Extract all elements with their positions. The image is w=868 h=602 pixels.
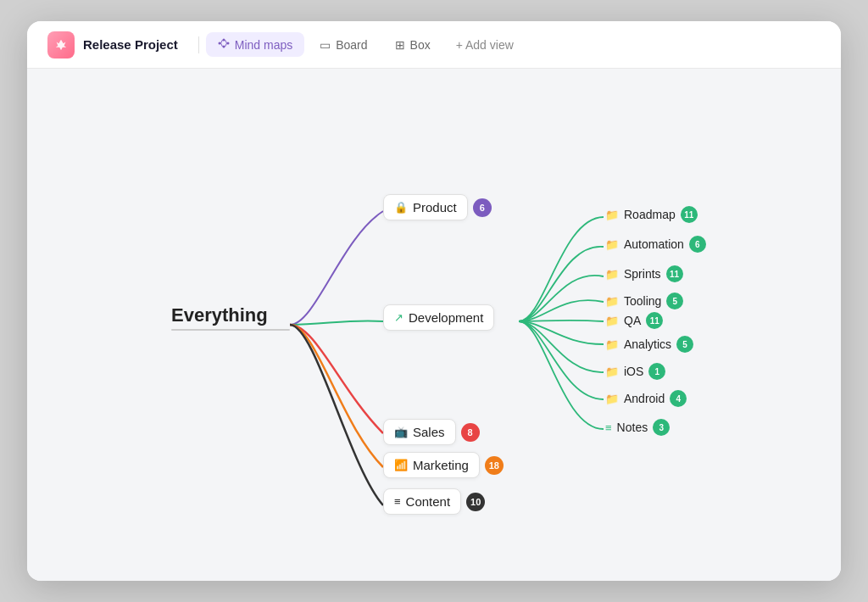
app-logo (47, 31, 75, 59)
qa-icon: 📁 (605, 315, 619, 327)
box-icon: ⊞ (395, 38, 405, 52)
notes-badge: 3 (653, 419, 670, 436)
sprints-label: Sprints (624, 267, 661, 281)
nav-divider (198, 36, 199, 53)
development-icon: ↗ (394, 311, 403, 324)
leaf-analytics[interactable]: 📁 Analytics 5 (605, 336, 693, 353)
ios-icon: 📁 (605, 365, 619, 378)
sales-label: Sales (413, 425, 445, 439)
product-box: 🔒 Product (383, 194, 468, 220)
android-label: Android (624, 392, 665, 405)
product-badge: 6 (473, 198, 492, 217)
svg-line-6 (225, 40, 226, 43)
mindmaps-icon (218, 37, 230, 52)
tab-box[interactable]: ⊞ Box (383, 33, 442, 57)
analytics-label: Analytics (624, 337, 671, 351)
sprints-badge: 11 (666, 265, 683, 282)
nav-tabs: Mind maps ▭ Board ⊞ Box + Add view (206, 32, 524, 57)
marketing-box: 📶 Marketing (383, 452, 480, 478)
notes-icon: ≡ (605, 421, 612, 434)
content-icon: ≡ (394, 495, 401, 508)
automation-icon: 📁 (605, 238, 619, 251)
automation-badge: 6 (689, 236, 706, 253)
tab-board[interactable]: ▭ Board (308, 33, 379, 57)
content-box: ≡ Content (383, 488, 461, 515)
root-underline (171, 329, 290, 331)
roadmap-icon: 📁 (605, 209, 619, 221)
mindmap-canvas: Everything 🔒 Product 6 ↗ Development (27, 69, 841, 581)
ios-label: iOS (624, 365, 643, 378)
content-node[interactable]: ≡ Content 10 (383, 488, 485, 515)
roadmap-label: Roadmap (624, 208, 676, 221)
leaf-roadmap[interactable]: 📁 Roadmap 11 (605, 206, 698, 223)
svg-point-3 (226, 42, 229, 45)
header: Release Project Mind maps (27, 21, 841, 69)
leaf-notes[interactable]: ≡ Notes 3 (605, 419, 670, 436)
analytics-icon: 📁 (605, 338, 619, 351)
svg-line-5 (220, 43, 222, 47)
leaf-automation[interactable]: 📁 Automation 6 (605, 236, 706, 253)
development-node[interactable]: ↗ Development (383, 304, 494, 331)
product-node[interactable]: 🔒 Product 6 (383, 194, 492, 220)
svg-point-0 (218, 42, 220, 45)
leaf-android[interactable]: 📁 Android 4 (605, 390, 687, 407)
product-label: Product (413, 200, 457, 215)
ios-badge: 1 (648, 363, 665, 380)
marketing-badge: 18 (485, 456, 504, 475)
product-icon: 🔒 (394, 201, 408, 214)
svg-line-7 (225, 43, 226, 47)
tab-board-label: Board (336, 38, 367, 52)
leaf-ios[interactable]: 📁 iOS 1 (605, 363, 665, 380)
add-view-button[interactable]: + Add view (446, 33, 524, 57)
app-window: Release Project Mind maps (27, 21, 841, 581)
marketing-icon: 📶 (394, 459, 408, 471)
leaf-qa[interactable]: 📁 QA 11 (605, 312, 663, 329)
roadmap-badge: 11 (681, 206, 698, 223)
development-box: ↗ Development (383, 304, 494, 331)
android-badge: 4 (670, 390, 687, 407)
qa-label: QA (624, 314, 641, 327)
android-icon: 📁 (605, 393, 619, 405)
svg-line-4 (220, 40, 222, 43)
sales-box: 📺 Sales (383, 419, 456, 445)
sales-icon: 📺 (394, 426, 408, 438)
main-content: Everything 🔒 Product 6 ↗ Development (27, 69, 841, 581)
sprints-icon: 📁 (605, 268, 619, 281)
root-label: Everything (171, 304, 268, 326)
tooling-icon: 📁 (605, 295, 619, 308)
svg-point-1 (222, 39, 225, 42)
leaf-sprints[interactable]: 📁 Sprints 11 (605, 265, 683, 282)
content-label: Content (406, 494, 451, 509)
development-label: Development (409, 310, 483, 325)
automation-label: Automation (624, 237, 684, 251)
marketing-node[interactable]: 📶 Marketing 18 (383, 452, 504, 478)
sales-node[interactable]: 📺 Sales 8 (383, 419, 480, 445)
notes-label: Notes (617, 421, 648, 434)
content-badge: 10 (466, 493, 485, 511)
analytics-badge: 5 (676, 336, 693, 353)
svg-point-2 (222, 46, 225, 48)
marketing-label: Marketing (413, 458, 469, 472)
tab-mindmaps[interactable]: Mind maps (206, 32, 304, 57)
sales-badge: 8 (461, 423, 480, 442)
tooling-badge: 5 (666, 293, 683, 309)
tooling-label: Tooling (624, 294, 661, 308)
add-view-label: + Add view (456, 38, 514, 52)
leaf-tooling[interactable]: 📁 Tooling 5 (605, 293, 683, 309)
project-name: Release Project (83, 37, 178, 52)
qa-badge: 11 (646, 312, 663, 329)
tab-mindmaps-label: Mind maps (235, 38, 292, 52)
tab-box-label: Box (410, 38, 431, 52)
root-node[interactable]: Everything (171, 304, 290, 331)
board-icon: ▭ (320, 38, 331, 52)
